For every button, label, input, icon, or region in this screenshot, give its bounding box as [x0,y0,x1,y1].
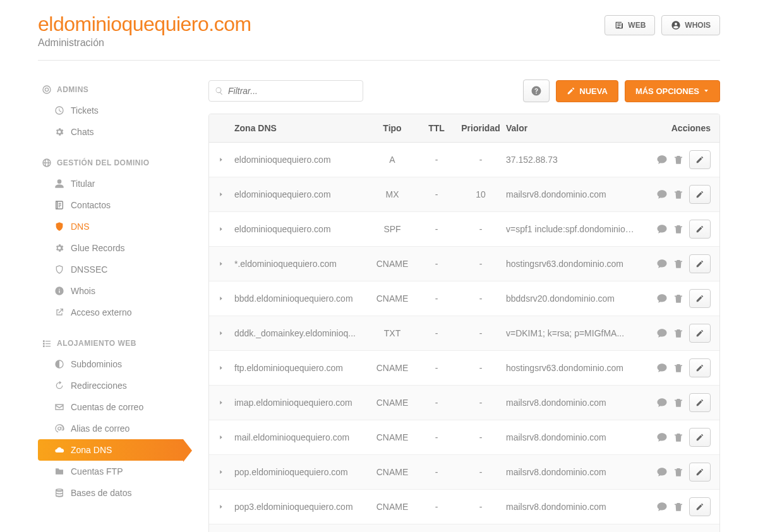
comment-icon[interactable] [656,189,668,200]
trash-icon[interactable] [673,258,684,269]
sidebar-item-whois[interactable]: Whois [38,280,183,302]
sidebar-item-dnssec[interactable]: DNSSEC [38,259,183,280]
edit-box-icon [695,155,704,164]
sidebar-item-zona-dns[interactable]: Zona DNS [38,439,183,461]
sidebar-item-contactos[interactable]: Contactos [38,194,183,216]
web-button[interactable]: WEB [605,15,655,35]
edit-button[interactable] [689,185,711,204]
sidebar-item-titular[interactable]: Titular [38,173,183,194]
expand-toggle[interactable] [218,260,234,268]
expand-toggle[interactable] [218,156,234,163]
edit-button[interactable] [689,497,711,516]
cell-priority: - [455,328,506,338]
more-options-button[interactable]: MÁS OPCIONES [625,80,720,102]
cell-type: MX [367,189,418,199]
trash-icon[interactable] [673,328,684,339]
table-row: imap.eldominioquequiero.com CNAME - - ma… [209,386,719,420]
cell-value: mailsrv8.dondominio.com [506,467,641,477]
expand-toggle[interactable] [218,295,234,302]
edit-button[interactable] [689,463,711,482]
comment-icon[interactable] [656,223,668,235]
edit-button[interactable] [689,358,711,377]
cell-zone: ftp.eldominioquequiero.com [234,363,367,373]
comment-icon[interactable] [656,362,668,374]
sidebar-item-dns[interactable]: DNS [38,216,183,237]
comment-icon[interactable] [656,432,668,443]
header-zone: Zona DNS [234,123,367,133]
comment-icon[interactable] [656,501,668,512]
chevron-right-icon [218,191,224,198]
help-button[interactable] [523,80,550,102]
sidebar-item-alias-de-correo[interactable]: Alias de correo [38,418,183,439]
edit-button[interactable] [689,254,711,273]
edit-box-icon [695,468,704,476]
trash-icon[interactable] [673,362,684,374]
sidebar-item-cuentas-de-correo[interactable]: Cuentas de correo [38,396,183,418]
cell-ttl: - [418,502,455,512]
cell-type: CNAME [367,432,418,442]
sidebar-item-redirecciones[interactable]: Redirecciones [38,375,183,396]
trash-icon[interactable] [673,501,684,512]
web-button-label: WEB [628,21,646,30]
sidebar-item-acceso-externo[interactable]: Acceso externo [38,302,183,323]
header-value: Valor [506,123,641,133]
table-row: dddk._domainkey.eldominioq... TXT - - v=… [209,316,719,351]
edit-button[interactable] [689,150,711,169]
sidebar-item-bases-de-datos[interactable]: Bases de datos [38,482,183,504]
trash-icon[interactable] [673,189,684,200]
cell-value: mailsrv8.dondominio.com [506,398,641,408]
whois-button[interactable]: WHOIS [661,15,720,35]
expand-toggle[interactable] [218,225,234,233]
user-circle-icon [671,20,681,30]
cell-zone: dddk._domainkey.eldominioq... [234,328,367,338]
chevron-right-icon [218,156,224,163]
filter-input[interactable] [208,80,363,102]
trash-icon[interactable] [673,397,684,408]
expand-toggle[interactable] [218,364,234,372]
sidebar-item-tickets[interactable]: Tickets [38,100,183,121]
new-button[interactable]: NUEVA [556,80,618,102]
sidebar: ADMINSTicketsChatsGESTIÓN DEL DOMINIOTit… [38,80,183,532]
sidebar-item-label: Redirecciones [71,381,127,391]
trash-icon[interactable] [673,293,684,304]
sidebar-item-subdominios[interactable]: Subdominios [38,353,183,375]
expand-toggle[interactable] [218,503,234,511]
cell-ttl: - [418,398,455,408]
clock-icon [54,105,64,115]
edit-box-icon [695,398,704,407]
external-icon [54,307,64,317]
trash-icon[interactable] [673,466,684,478]
cell-priority: 10 [455,189,506,199]
expand-toggle[interactable] [218,329,234,337]
comment-icon[interactable] [656,258,668,269]
sidebar-section-header: GESTIÓN DEL DOMINIO [38,153,183,173]
comment-icon[interactable] [656,328,668,339]
cell-type: CNAME [367,293,418,304]
edit-button[interactable] [689,393,711,412]
comment-icon[interactable] [656,293,668,304]
sidebar-section-header: ALOJAMIENTO WEB [38,333,183,353]
table-row: bbdd.eldominioquequiero.com CNAME - - bb… [209,281,719,316]
edit-button[interactable] [689,324,711,343]
edit-button[interactable] [689,289,711,308]
table-row: pop3.eldominioquequiero.com CNAME - - ma… [209,490,719,524]
trash-icon[interactable] [673,154,684,165]
edit-button[interactable] [689,220,711,239]
expand-toggle[interactable] [218,191,234,198]
sidebar-item-label: Glue Records [71,243,125,253]
trash-icon[interactable] [673,432,684,443]
sidebar-item-chats[interactable]: Chats [38,121,183,143]
chevron-right-icon [218,399,224,406]
expand-toggle[interactable] [218,468,234,476]
edit-button[interactable] [689,428,711,447]
sidebar-item-cuentas-ftp[interactable]: Cuentas FTP [38,461,183,482]
cloud-icon [54,445,64,455]
expand-toggle[interactable] [218,434,234,441]
comment-icon[interactable] [656,154,668,165]
comment-icon[interactable] [656,466,668,478]
trash-icon[interactable] [673,223,684,235]
expand-toggle[interactable] [218,399,234,406]
comment-icon[interactable] [656,397,668,408]
sidebar-item-glue-records[interactable]: Glue Records [38,237,183,259]
cell-value: mailsrv8.dondominio.com [506,502,641,512]
